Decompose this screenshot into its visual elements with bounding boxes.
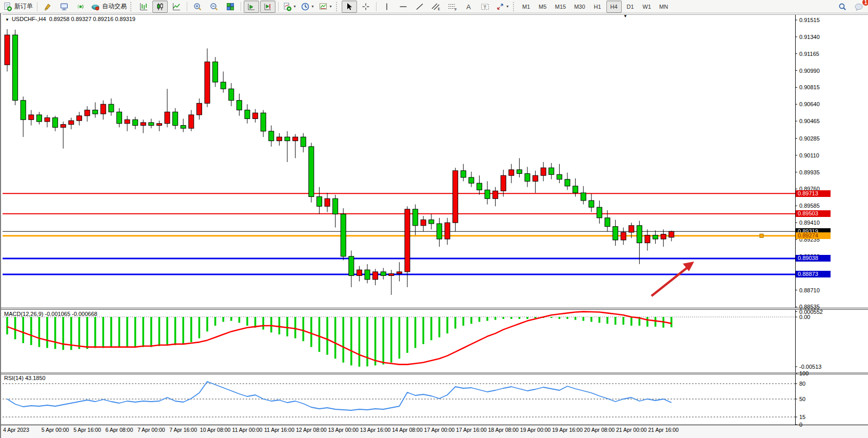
- crosshair-icon: [361, 2, 370, 11]
- toolbar-separator: [241, 2, 241, 11]
- symbol-title: USDCHF-,H4: [12, 16, 46, 22]
- equidistant-channel-button[interactable]: E: [428, 1, 444, 13]
- periods-clock-icon: [301, 2, 310, 11]
- metaeditor-brush-icon: [43, 2, 52, 11]
- candle: [453, 168, 458, 231]
- zoom-in-icon: [193, 2, 202, 11]
- notification-badge: 1: [862, 0, 868, 6]
- chart-window[interactable]: 0.915150.913400.911650.909900.908150.906…: [0, 13, 868, 438]
- crosshair-button[interactable]: [358, 1, 373, 13]
- toolbar-separator: [187, 2, 187, 11]
- indicators-button[interactable]: ▼: [281, 1, 298, 13]
- arrows-tool-button[interactable]: ▼: [494, 1, 511, 13]
- timeframe-m15-button[interactable]: M15: [551, 1, 569, 13]
- candlestick-chart-icon: [155, 2, 165, 11]
- main-toolbar: 新订单 自动交易: [0, 0, 868, 13]
- timeframe-group: M1M5M15M30H1H4D1W1MN: [518, 1, 672, 13]
- vertical-line-icon: [383, 2, 391, 11]
- arrows-tool-icon: [496, 2, 505, 11]
- terminal-button[interactable]: [56, 1, 72, 13]
- cursor-arrow-icon: [345, 2, 354, 11]
- ohlc-values: 0.89258 0.89327 0.89216 0.89319: [49, 16, 135, 22]
- timeframe-h4-button[interactable]: H4: [606, 1, 622, 13]
- candlestick-chart-button[interactable]: [152, 1, 168, 13]
- timeframe-label: M30: [572, 4, 587, 10]
- trend-line-icon: [415, 2, 424, 11]
- templates-chart-icon: [319, 2, 328, 11]
- autotrading-label: 自动交易: [102, 2, 127, 11]
- candlestick-chart[interactable]: [1, 13, 868, 438]
- chevron-down-icon: ▼: [293, 5, 297, 8]
- chevron-down-icon: ▼: [329, 5, 332, 8]
- bar-chart-icon: [139, 2, 148, 11]
- chevron-down-icon: ▼: [506, 5, 509, 8]
- text-button[interactable]: A: [461, 1, 477, 13]
- periods-button[interactable]: ▼: [299, 1, 316, 13]
- timeframe-d1-button[interactable]: D1: [623, 1, 638, 13]
- horizontal-line-icon: [399, 2, 408, 11]
- vertical-line-button[interactable]: [379, 1, 394, 13]
- search-icon: [838, 2, 847, 11]
- horizontal-line-button[interactable]: [396, 1, 411, 13]
- zoom-out-icon: [209, 2, 219, 11]
- new-order-label: 新订单: [14, 2, 33, 11]
- timeframe-m5-button[interactable]: M5: [535, 1, 550, 13]
- metatrader-app: 新订单 自动交易: [0, 0, 868, 438]
- chart-title[interactable]: ▼USDCHF-,H4 0.89258 0.89327 0.89216 0.89…: [5, 16, 135, 22]
- text-label-icon: T: [480, 2, 490, 11]
- autotrade-hat-icon: [91, 2, 100, 11]
- chevron-down-icon: ▼: [311, 5, 314, 8]
- svg-text:E: E: [438, 7, 440, 11]
- chart-shift-icon: [263, 2, 272, 11]
- svg-text:T: T: [483, 4, 486, 9]
- search-button[interactable]: [835, 1, 850, 13]
- fibonacci-icon: F: [447, 2, 458, 11]
- text-a-icon: A: [465, 2, 473, 11]
- fibonacci-button[interactable]: F: [445, 1, 460, 13]
- timeframe-label: M15: [553, 4, 568, 10]
- auto-scroll-icon: [247, 2, 256, 11]
- toolbar-drag-handle[interactable]: [336, 2, 340, 11]
- new-order-button[interactable]: 新订单: [2, 1, 34, 13]
- timeframe-label: M5: [537, 4, 548, 10]
- timeframe-label: M1: [520, 4, 532, 10]
- toolbar-drag-handle[interactable]: [513, 2, 517, 11]
- toolbar-separator: [37, 2, 37, 11]
- chart-shift-button[interactable]: [260, 1, 275, 13]
- cursor-button[interactable]: [342, 1, 357, 13]
- terminal-monitor-icon: [60, 2, 69, 11]
- signal-sound-icon: [76, 2, 85, 11]
- line-chart-button[interactable]: [169, 1, 184, 13]
- tile-windows-button[interactable]: [223, 1, 238, 13]
- timeframe-mn-button[interactable]: MN: [656, 1, 672, 13]
- timeframe-label: D1: [625, 4, 636, 10]
- symbol-dropdown-icon[interactable]: ▼: [5, 17, 9, 22]
- zoom-in-button[interactable]: [190, 1, 205, 13]
- text-label-button[interactable]: T: [478, 1, 493, 13]
- timeframe-m30-button[interactable]: M30: [570, 1, 588, 13]
- timeframe-m1-button[interactable]: M1: [519, 1, 534, 13]
- timeframe-h1-button[interactable]: H1: [590, 1, 605, 13]
- svg-text:F: F: [455, 8, 457, 11]
- new-order-doc-plus-icon: [3, 2, 12, 11]
- metaeditor-button[interactable]: [40, 1, 55, 13]
- bar-chart-button[interactable]: [136, 1, 151, 13]
- autotrading-button[interactable]: 自动交易: [89, 1, 128, 13]
- toolbar-drag-handle[interactable]: [130, 2, 134, 11]
- auto-scroll-button[interactable]: [244, 1, 259, 13]
- timeframe-label: MN: [657, 4, 670, 10]
- toolbar-separator: [376, 2, 377, 11]
- rsi-indicator-label: RSI(14) 43.1850: [4, 375, 46, 381]
- hline-handle[interactable]: [760, 234, 763, 237]
- timeframe-label: H1: [592, 4, 603, 10]
- line-chart-icon: [172, 2, 181, 11]
- chat-button[interactable]: 1: [851, 1, 866, 13]
- oneclick-caret-icon[interactable]: ▼: [623, 14, 627, 18]
- trend-line-button[interactable]: [412, 1, 427, 13]
- timeframe-label: W1: [641, 4, 654, 10]
- timeframe-w1-button[interactable]: W1: [639, 1, 655, 13]
- templates-button[interactable]: ▼: [317, 1, 334, 13]
- signal-button[interactable]: [73, 1, 88, 13]
- zoom-out-button[interactable]: [206, 1, 222, 13]
- macd-indicator-label: MACD(12,26,9) -0.001065 -0.000668: [4, 311, 97, 317]
